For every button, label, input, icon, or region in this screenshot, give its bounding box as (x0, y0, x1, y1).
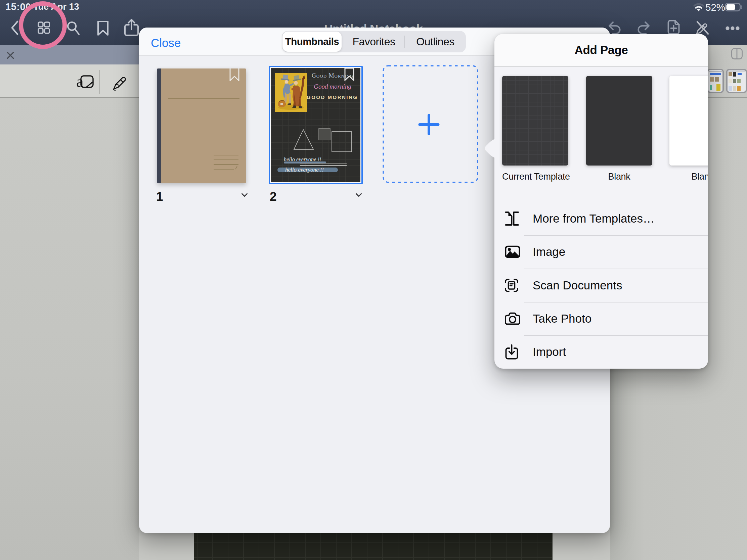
svg-text:a: a (76, 73, 84, 91)
